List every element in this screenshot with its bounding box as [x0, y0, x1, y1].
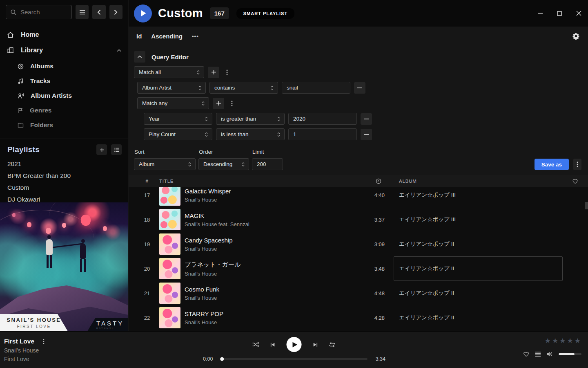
group-menu-button[interactable]	[223, 67, 231, 78]
minimize-button[interactable]	[537, 10, 543, 17]
sidebar-item-folders[interactable]: Folders	[0, 118, 128, 132]
nav-back-button[interactable]	[92, 5, 105, 19]
add-playlist-button[interactable]	[96, 144, 107, 155]
remove-rule-button[interactable]	[354, 82, 365, 94]
previous-icon	[270, 342, 276, 348]
playlist-list-button[interactable]	[111, 144, 122, 155]
track-row[interactable]: 20 プラネット・ガール Snail’s House 3:48 エイリアン☆ポッ…	[129, 256, 588, 281]
sidebar-item-album-artists[interactable]: Album Artists	[0, 88, 128, 103]
rating-stars[interactable]: ★★★★★	[545, 337, 582, 345]
sort-field-control[interactable]: Id	[136, 33, 142, 40]
library-submenu: Albums Tracks Album Artists Genres Folde…	[0, 58, 128, 136]
lantern	[62, 223, 66, 228]
rule-operator-select[interactable]: is greater than	[216, 113, 285, 125]
menu-button[interactable]	[76, 5, 89, 19]
nav-forward-button[interactable]	[109, 5, 122, 19]
column-header-duration[interactable]	[356, 178, 385, 184]
elapsed-time: 0:00	[203, 356, 215, 362]
add-rule-button[interactable]	[208, 67, 219, 78]
track-art-thumbnail	[159, 283, 180, 304]
query-group-row: Match all	[134, 66, 583, 78]
repeat-button[interactable]	[329, 342, 336, 348]
now-playing-menu-button[interactable]	[40, 338, 48, 345]
updown-icon	[195, 85, 202, 91]
sidebar-item-library[interactable]: Library	[0, 43, 128, 58]
track-row[interactable]: 22 STARRY POP Snail’s House 4:28 エイリアン☆ポ…	[129, 305, 588, 330]
sidebar-item-tracks[interactable]: Tracks	[0, 74, 128, 88]
track-row[interactable]: 19 Candy Spaceship Snail’s House 3:09 エイ…	[129, 232, 588, 256]
previous-track-button[interactable]	[270, 342, 276, 348]
rule-value-input[interactable]	[288, 128, 357, 140]
search-input[interactable]	[20, 9, 67, 16]
track-album-cell[interactable]: エイリアン☆ポップ II	[399, 256, 562, 281]
playlist-item[interactable]: 2021	[0, 158, 128, 170]
next-track-button[interactable]	[313, 342, 318, 348]
rule-operator-select[interactable]: is less than	[216, 128, 285, 140]
order-select[interactable]: Descending	[198, 158, 249, 170]
match-type-select[interactable]: Match any	[137, 97, 209, 109]
favorite-button[interactable]	[523, 351, 530, 357]
now-playing-artwork[interactable]: SNAIL'S HOUSE FIRST LOVE TASTY ESTNMXI	[0, 202, 128, 331]
rule-field-select[interactable]: Play Count	[144, 128, 212, 140]
library-icon	[7, 47, 14, 54]
rule-value-input[interactable]	[288, 113, 357, 125]
search-icon	[10, 9, 17, 16]
query-rule-row: Play Count is less than	[144, 128, 583, 140]
settings-button[interactable]	[572, 33, 579, 40]
track-album-cell[interactable]: エイリアン☆ポップ II	[399, 232, 562, 256]
play-pause-button[interactable]	[287, 337, 302, 352]
rule-field-select[interactable]: Year	[144, 113, 212, 125]
now-playing-artist: Snail’s House	[4, 347, 48, 354]
track-row[interactable]: 21 Cosmo Funk Snail’s House 4:48 エイリアン☆ポ…	[129, 281, 588, 305]
playlist-item[interactable]: BPM Greater than 200	[0, 170, 128, 182]
remove-rule-button[interactable]	[361, 113, 372, 125]
maximize-button[interactable]	[556, 10, 563, 17]
query-rule-row: Album Artist contains	[137, 82, 583, 94]
sort-direction-control[interactable]: Ascending	[151, 33, 183, 40]
track-album-cell[interactable]: エイリアン☆ポップ III	[399, 207, 562, 232]
lantern	[46, 228, 51, 234]
track-artist: Snail’s House feat. Sennzai	[185, 221, 249, 227]
match-type-select[interactable]: Match all	[134, 66, 204, 78]
column-header-album[interactable]: ALBUM	[399, 179, 562, 184]
minus-icon	[357, 88, 362, 88]
play-playlist-button[interactable]	[134, 4, 152, 22]
column-header-favorite[interactable]	[562, 178, 588, 184]
sidebar-item-genres[interactable]: Genres	[0, 103, 128, 118]
sidebar-item-home[interactable]: Home	[0, 27, 128, 43]
track-album-cell[interactable]: エイリアン☆ポップ II	[399, 305, 562, 330]
track-album-cell[interactable]: エイリアン☆ポップ II	[399, 281, 562, 305]
volume-slider[interactable]	[559, 353, 581, 355]
limit-input[interactable]	[252, 158, 283, 170]
sidebar-item-albums[interactable]: Albums	[0, 59, 128, 74]
play-icon	[290, 341, 298, 348]
volume-button[interactable]	[546, 351, 553, 357]
track-artist: Snail’s House	[185, 319, 223, 325]
track-row[interactable]: 18 MAGIK Snail’s House feat. Sennzai 3:3…	[129, 207, 588, 232]
seek-bar[interactable]	[221, 358, 368, 360]
track-duration: 4:28	[356, 315, 385, 321]
shuffle-button[interactable]	[252, 341, 260, 348]
queue-button[interactable]	[535, 351, 541, 357]
playlists-header: Playlists	[0, 139, 128, 158]
rule-operator-select[interactable]: contains	[209, 82, 278, 94]
save-menu-button[interactable]	[573, 159, 581, 170]
rule-field-select[interactable]: Album Artist	[137, 82, 206, 94]
lantern	[27, 222, 31, 227]
track-number: 17	[129, 192, 159, 198]
rule-value-input[interactable]	[282, 82, 350, 94]
chevron-right-icon	[114, 9, 118, 15]
add-rule-button[interactable]	[213, 98, 224, 109]
playlists-title: Playlists	[7, 145, 40, 154]
scrollbar-thumb[interactable]	[585, 202, 588, 209]
group-menu-button[interactable]	[228, 98, 236, 109]
more-options-button[interactable]: •••	[192, 33, 199, 39]
sort-select[interactable]: Album	[134, 158, 196, 170]
collapse-query-editor-button[interactable]	[134, 51, 145, 63]
column-header-number[interactable]: #	[129, 179, 159, 184]
save-as-button[interactable]: Save as	[535, 159, 569, 170]
column-header-title[interactable]: TITLE	[159, 179, 356, 184]
remove-rule-button[interactable]	[361, 129, 372, 140]
playlist-item[interactable]: Custom	[0, 182, 128, 194]
close-button[interactable]	[575, 10, 582, 17]
